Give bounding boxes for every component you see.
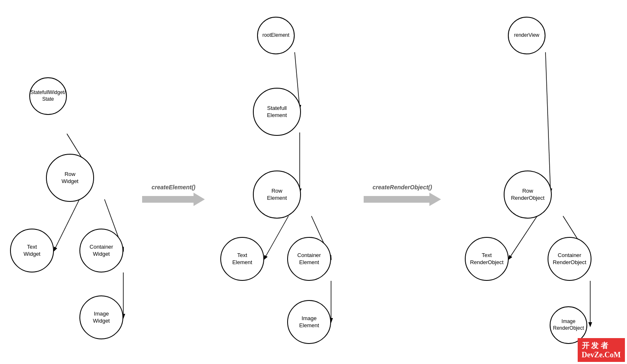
edge-view-row-render — [545, 52, 551, 192]
node-image-element: ImageElement — [287, 300, 331, 344]
node-container-widget: ContainerWidget — [79, 229, 123, 272]
create-render-shape — [364, 193, 441, 206]
diagram-container: StatefullWidget/ State RowWidget TextWid… — [0, 0, 627, 364]
node-render-view: renderView — [508, 17, 545, 54]
edge-row-text — [54, 199, 79, 251]
node-row-element: RowElement — [253, 171, 301, 219]
node-stateful-widget: StatefullWidget/ State — [29, 77, 67, 115]
node-container-element: ContainerElement — [287, 237, 331, 281]
node-row-widget: RowWidget — [46, 154, 94, 202]
node-image-widget: ImageWidget — [79, 295, 123, 339]
node-container-render: ContainerRenderObject — [548, 237, 591, 281]
node-text-render: TextRenderObject — [465, 237, 509, 281]
create-element-label: createElement() — [151, 184, 195, 191]
create-element-arrow: createElement() — [142, 184, 205, 206]
create-render-arrow: createRenderObject() — [364, 184, 441, 206]
node-text-widget: TextWidget — [10, 229, 54, 272]
node-statefull-element: StatefullElement — [253, 88, 301, 136]
node-row-render: RowRenderObject — [504, 171, 552, 219]
create-render-label: createRenderObject() — [372, 184, 432, 191]
create-element-shape — [142, 193, 205, 206]
node-text-element: TextElement — [220, 237, 264, 281]
edge-row-text-render — [509, 216, 537, 259]
watermark: 开 发 者DevZe.CoM — [578, 338, 625, 362]
edge-row-text-el — [264, 216, 288, 259]
node-root-element: rootElement — [257, 17, 295, 54]
